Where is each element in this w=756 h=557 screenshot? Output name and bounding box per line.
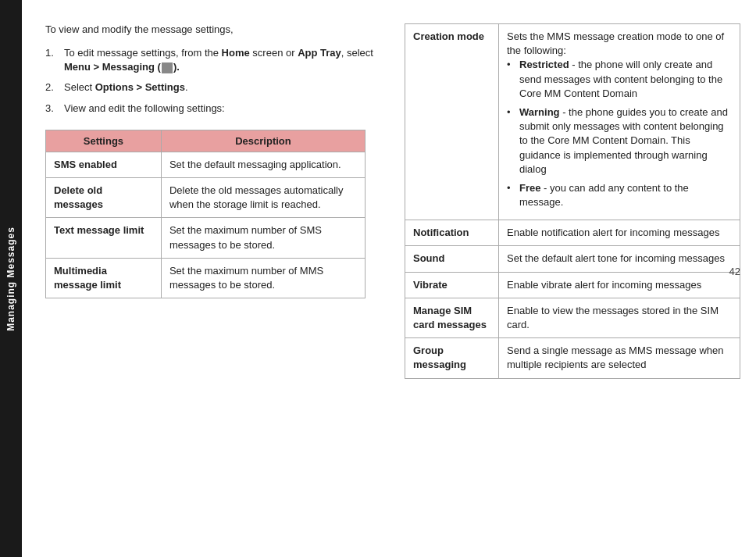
step-2: 2. Select Options > Settings. bbox=[45, 80, 389, 95]
desc-text-limit: Set the maximum number of SMS messages t… bbox=[161, 218, 365, 258]
col-settings-header: Settings bbox=[46, 130, 162, 152]
desc-delete-old: Delete the old messages automatically wh… bbox=[161, 177, 365, 217]
left-column: To view and modify the message settings,… bbox=[45, 23, 389, 541]
table-row: Vibrate Enable vibrate alert for incomin… bbox=[405, 272, 740, 298]
table-row: Manage SIM card messages Enable to view … bbox=[405, 298, 740, 337]
sidebar: Managing Messages bbox=[0, 0, 22, 557]
left-settings-table: Settings Description SMS enabled Set the… bbox=[45, 130, 366, 298]
setting-sms-enabled: SMS enabled bbox=[46, 152, 162, 177]
col-description-header: Description bbox=[161, 130, 365, 152]
desc-sim-messages: Enable to view the messages stored in th… bbox=[499, 298, 740, 337]
desc-creation-mode: Sets the MMS message creation mode to on… bbox=[499, 24, 740, 220]
sidebar-label: Managing Messages bbox=[5, 227, 16, 331]
setting-group-messaging: Group messaging bbox=[405, 338, 499, 378]
table-row: Sound Set the default alert tone for inc… bbox=[405, 246, 740, 272]
steps-list: 1. To edit message settings, from the Ho… bbox=[45, 46, 389, 116]
list-item: • Free - you can add any content to the … bbox=[507, 181, 732, 209]
step-3-text: View and edit the following settings: bbox=[64, 102, 389, 116]
step-2-text: Select Options > Settings. bbox=[64, 80, 389, 95]
desc-mms-limit: Set the maximum number of MMS messages t… bbox=[161, 258, 365, 298]
desc-sound: Set the default alert tone for incoming … bbox=[499, 246, 740, 272]
desc-group-messaging: Send a single message as MMS message whe… bbox=[499, 338, 740, 378]
table-row: SMS enabled Set the default messaging ap… bbox=[46, 152, 366, 177]
table-row: Delete old messages Delete the old messa… bbox=[46, 177, 366, 217]
table-row: Group messaging Send a single message as… bbox=[405, 338, 740, 378]
step-3-num: 3. bbox=[45, 102, 64, 116]
step-1: 1. To edit message settings, from the Ho… bbox=[45, 46, 389, 74]
intro-text: To view and modify the message settings, bbox=[45, 23, 389, 35]
menu-icon bbox=[162, 62, 173, 73]
setting-notification: Notification bbox=[405, 220, 499, 246]
table-row: Text message limit Set the maximum numbe… bbox=[46, 218, 366, 258]
desc-notification: Enable notification alert for incoming m… bbox=[499, 220, 740, 246]
list-item: • Restricted - the phone will only creat… bbox=[507, 58, 732, 101]
setting-sound: Sound bbox=[405, 246, 499, 272]
right-settings-table: Creation mode Sets the MMS message creat… bbox=[405, 23, 740, 379]
step-2-num: 2. bbox=[45, 80, 64, 95]
main-content: To view and modify the message settings,… bbox=[22, 0, 756, 557]
step-1-text: To edit message settings, from the Home … bbox=[64, 46, 389, 74]
step-3: 3. View and edit the following settings: bbox=[45, 102, 389, 116]
desc-sms-enabled: Set the default messaging application. bbox=[161, 152, 365, 177]
table-row: Multimedia message limit Set the maximum… bbox=[46, 258, 366, 298]
right-column: Creation mode Sets the MMS message creat… bbox=[405, 23, 740, 541]
page-number: 42 bbox=[729, 266, 740, 277]
setting-sim-messages: Manage SIM card messages bbox=[405, 298, 499, 337]
setting-text-limit: Text message limit bbox=[46, 218, 162, 258]
step-1-num: 1. bbox=[45, 46, 64, 74]
list-item: • Warning - the phone guides you to crea… bbox=[507, 105, 732, 177]
table-row: Creation mode Sets the MMS message creat… bbox=[405, 24, 740, 220]
setting-mms-limit: Multimedia message limit bbox=[46, 258, 162, 298]
table-row: Notification Enable notification alert f… bbox=[405, 220, 740, 246]
desc-vibrate: Enable vibrate alert for incoming messag… bbox=[499, 272, 740, 298]
setting-vibrate: Vibrate bbox=[405, 272, 499, 298]
setting-delete-old: Delete old messages bbox=[46, 177, 162, 217]
setting-creation-mode: Creation mode bbox=[405, 24, 499, 220]
